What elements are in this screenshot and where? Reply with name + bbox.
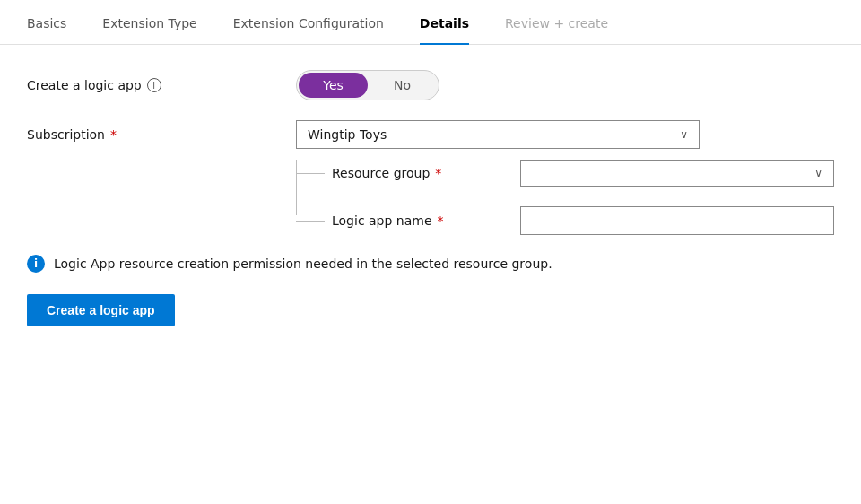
create-logic-app-info-icon[interactable]: i bbox=[147, 78, 161, 92]
resource-group-label: Resource group * bbox=[332, 166, 511, 180]
subscription-label: Subscription * bbox=[27, 127, 296, 142]
tab-details[interactable]: Details bbox=[420, 16, 469, 45]
tab-basics[interactable]: Basics bbox=[27, 16, 66, 45]
tab-navigation: Basics Extension Type Extension Configur… bbox=[0, 0, 861, 45]
toggle-no-option[interactable]: No bbox=[368, 73, 437, 98]
logic-app-name-label: Logic app name * bbox=[332, 213, 511, 228]
create-logic-app-label: Create a logic app i bbox=[27, 78, 296, 92]
resource-group-required: * bbox=[435, 166, 441, 180]
create-logic-app-button[interactable]: Create a logic app bbox=[27, 294, 175, 326]
info-circle-icon: i bbox=[27, 255, 45, 273]
tab-review-create[interactable]: Review + create bbox=[505, 16, 608, 45]
subscription-dropdown[interactable]: Wingtip Toys ∨ bbox=[296, 120, 700, 149]
subscription-required: * bbox=[110, 127, 117, 142]
main-content: Create a logic app i Yes No Subscription… bbox=[0, 45, 861, 352]
subscription-value: Wingtip Toys bbox=[308, 127, 387, 142]
tab-extension-config[interactable]: Extension Configuration bbox=[233, 16, 384, 45]
tab-extension-type[interactable]: Extension Type bbox=[102, 16, 196, 45]
toggle-yes-option[interactable]: Yes bbox=[299, 73, 368, 98]
subscription-chevron-icon: ∨ bbox=[680, 128, 688, 141]
resource-group-chevron-icon: ∨ bbox=[814, 167, 822, 179]
info-message-text: Logic App resource creation permission n… bbox=[54, 256, 552, 271]
info-message-row: i Logic App resource creation permission… bbox=[27, 255, 834, 273]
logic-app-name-input[interactable] bbox=[520, 206, 834, 235]
resource-group-dropdown[interactable]: ∨ bbox=[520, 160, 834, 187]
yes-no-toggle[interactable]: Yes No bbox=[296, 70, 439, 100]
create-logic-app-row: Create a logic app i Yes No bbox=[27, 70, 834, 100]
logic-app-name-required: * bbox=[438, 213, 444, 228]
subscription-row: Subscription * Wingtip Toys ∨ bbox=[27, 120, 834, 149]
